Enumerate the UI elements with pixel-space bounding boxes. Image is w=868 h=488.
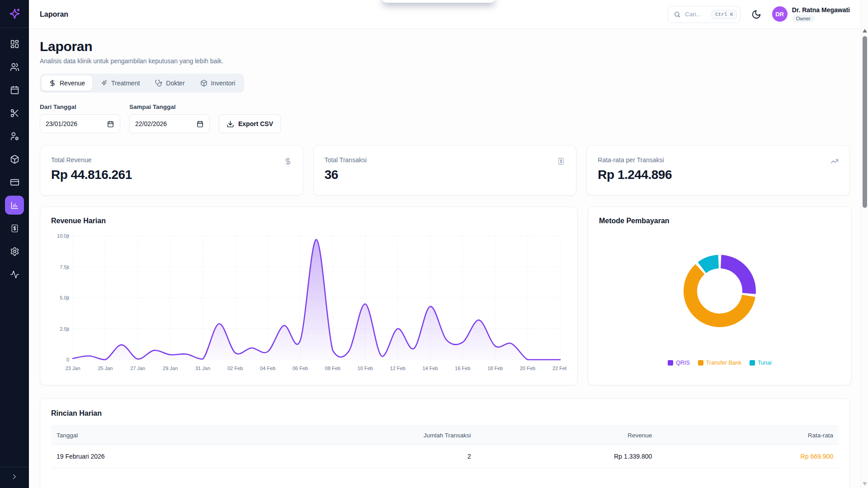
dark-mode-toggle[interactable] (750, 8, 763, 21)
svg-text:22 Feb: 22 Feb (552, 366, 566, 371)
sidebar-nav (5, 28, 24, 467)
receipt-dollar-icon (10, 224, 19, 233)
filter-bar: Dari Tanggal 23/01/2026 Sampai Tanggal 2… (40, 103, 850, 133)
stat-cards: Total Revenue Rp 44.816.261 Total Transa… (40, 145, 850, 196)
svg-text:06 Feb: 06 Feb (292, 366, 308, 371)
date-from-input[interactable]: 23/01/2026 (40, 114, 120, 133)
package-icon (10, 155, 19, 164)
stat-label: Rata-rata per Transaksi (598, 156, 839, 164)
activity-icon (10, 270, 19, 279)
svg-text:16 Feb: 16 Feb (455, 366, 470, 371)
tab-inventori[interactable]: Inventori (193, 75, 243, 91)
header-actions: Cari... Ctrl K DR Dr. Ratna Megawati Own… (668, 6, 850, 23)
scrollbar-down-arrow[interactable] (863, 482, 867, 486)
sidebar-item-inventory[interactable] (5, 150, 24, 169)
date-to-input[interactable]: 22/02/2026 (129, 114, 210, 133)
dollar-icon (284, 157, 292, 165)
table-header-row: Tanggal Jumlah Transaksi Revenue Rata-ra… (51, 426, 839, 445)
credit-card-icon (10, 178, 19, 187)
page-title: Laporan (40, 39, 850, 54)
svg-text:08 Feb: 08 Feb (325, 366, 340, 371)
sidebar-item-staff[interactable] (5, 127, 24, 145)
legend-swatch (668, 360, 673, 366)
stat-value: 36 (325, 168, 566, 182)
stat-label: Total Revenue (51, 156, 292, 164)
col-header-rata: Rata-rata (657, 426, 839, 445)
daily-detail-card: Rincian Harian Tanggal Jumlah Transaksi … (40, 398, 850, 488)
export-csv-label: Export CSV (238, 120, 273, 127)
scrollbar-up-arrow[interactable] (863, 29, 867, 33)
svg-text:0: 0 (66, 357, 69, 362)
stat-card-total-transaksi: Total Transaksi 36 (313, 145, 577, 196)
sidebar-expand-button[interactable] (0, 467, 29, 488)
search-input[interactable]: Cari... Ctrl K (668, 6, 741, 23)
sidebar-item-invoices[interactable] (5, 219, 24, 238)
daily-detail-table: Tanggal Jumlah Transaksi Revenue Rata-ra… (51, 426, 839, 488)
charts-row: Revenue Harian 02.5jt5.0jt7.5jt10.0jt23 … (40, 206, 850, 385)
scrollbar[interactable] (861, 0, 868, 488)
search-icon (674, 11, 681, 18)
sidebar-item-schedule[interactable] (5, 80, 24, 99)
tab-inventori-label: Inventori (211, 80, 236, 87)
calendar-icon (10, 85, 19, 95)
sparkles-logo-icon (9, 8, 21, 20)
app-logo (0, 0, 29, 28)
package-icon (200, 80, 208, 87)
date-from-label: Dari Tanggal (40, 103, 120, 110)
table-row-partial (51, 468, 839, 488)
cell-revenue: Rp 1.339.800 (476, 445, 658, 468)
tab-revenue-label: Revenue (60, 80, 85, 87)
legend-item: QRIS (668, 360, 690, 366)
table-title: Rincian Harian (51, 409, 839, 418)
tab-revenue[interactable]: Revenue (42, 75, 92, 91)
legend-swatch (698, 360, 703, 366)
export-csv-button[interactable]: Export CSV (219, 114, 281, 133)
chevron-right-icon (10, 473, 19, 481)
svg-text:7.5jt: 7.5jt (60, 264, 69, 270)
main-content: Laporan Analisis data klinik untuk penga… (29, 29, 861, 488)
sidebar-item-treatments[interactable] (5, 103, 24, 122)
gear-icon (10, 247, 19, 256)
legend-label: QRIS (676, 360, 690, 366)
col-header-jumlah: Jumlah Transaksi (288, 426, 476, 445)
tab-dokter[interactable]: Dokter (148, 75, 192, 91)
sidebar-item-payments[interactable] (5, 173, 24, 192)
scrollbar-thumb[interactable] (863, 36, 867, 208)
chart-title: Revenue Harian (51, 217, 566, 225)
user-menu[interactable]: DR Dr. Ratna Megawati Owner (772, 6, 850, 23)
top-center-shadow (382, 0, 495, 3)
legend-swatch (750, 360, 755, 366)
avatar: DR (772, 6, 788, 22)
users-icon (10, 62, 19, 72)
stat-value: Rp 1.244.896 (598, 168, 839, 182)
scissors-icon (10, 108, 19, 118)
stat-value: Rp 44.816.261 (51, 168, 292, 182)
tab-treatment[interactable]: Treatment (93, 75, 147, 91)
date-from-value: 23/01/2026 (46, 120, 77, 127)
download-icon (226, 120, 234, 128)
sidebar-item-reports[interactable] (5, 196, 24, 215)
svg-text:20 Feb: 20 Feb (520, 366, 535, 371)
stethoscope-icon (155, 80, 162, 87)
sidebar-item-patients[interactable] (5, 57, 24, 76)
svg-text:04 Feb: 04 Feb (260, 366, 275, 371)
user-name: Dr. Ratna Megawati (792, 6, 850, 14)
calendar-icon (196, 120, 204, 128)
search-placeholder: Cari... (685, 11, 701, 18)
table-row: 19 Februari 2026 2 Rp 1.339.800 Rp 669.9… (51, 445, 839, 468)
svg-text:14 Feb: 14 Feb (422, 366, 438, 371)
svg-text:23 Jan: 23 Jan (65, 366, 80, 371)
date-to-field: Sampai Tanggal 22/02/2026 (129, 103, 210, 133)
sidebar-item-settings[interactable] (5, 242, 24, 261)
receipt-icon (557, 157, 565, 165)
legend-item: Tunai (750, 360, 772, 366)
dollar-icon (49, 80, 56, 87)
svg-text:29 Jan: 29 Jan (163, 366, 178, 371)
payment-donut-chart (599, 230, 841, 354)
sidebar-item-dashboard[interactable] (5, 34, 24, 53)
date-to-value: 22/02/2026 (135, 120, 167, 127)
svg-text:31 Jan: 31 Jan (195, 366, 210, 371)
col-header-tanggal: Tanggal (51, 426, 288, 445)
cell-rata: Rp 669.900 (657, 445, 839, 468)
sidebar-item-activity[interactable] (5, 265, 24, 284)
